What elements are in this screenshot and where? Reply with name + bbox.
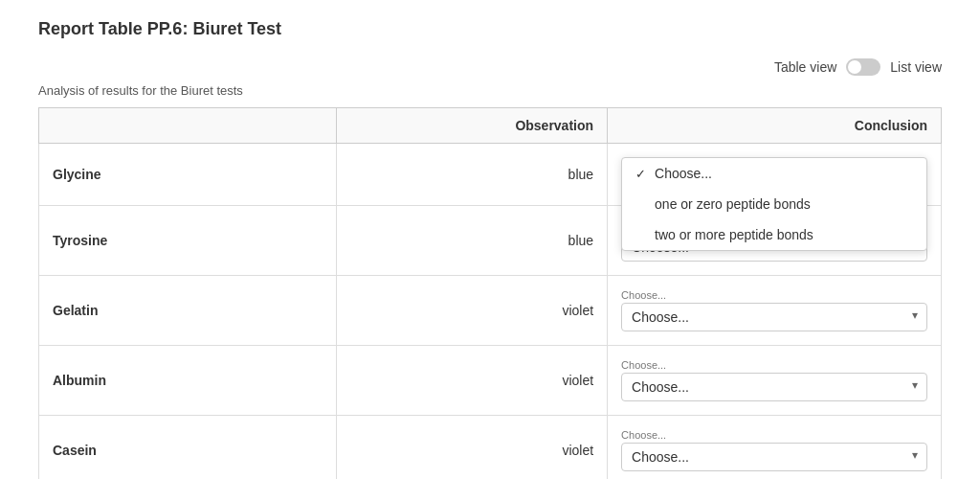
dropdown-wrapper: Choose...Choose...one or zero peptide bo…: [621, 289, 927, 331]
substance-cell: Albumin: [39, 346, 337, 416]
table-header-row: Observation Conclusion: [39, 108, 942, 144]
substance-cell: Tyrosine: [39, 206, 337, 276]
list-view-label: List view: [890, 59, 942, 75]
dropdown-wrapper: Choose...Choose...one or zero peptide bo…: [621, 359, 927, 401]
col-header-conclusion: Conclusion: [608, 108, 942, 144]
page-title: Report Table PP.6: Biuret Test: [38, 19, 942, 39]
conclusion-cell: Choose...Choose...one or zero peptide bo…: [608, 346, 942, 416]
table-view-label: Table view: [774, 59, 836, 75]
view-toggle-bar: Table view List view: [38, 58, 942, 76]
col-header-substance: [39, 108, 337, 144]
table-row: AlbuminvioletChoose...Choose...one or ze…: [39, 346, 942, 416]
observation-cell: blue: [337, 206, 608, 276]
dropdown-label: Choose...: [621, 289, 927, 301]
biuret-table: Observation Conclusion GlycineblueChoose…: [38, 107, 942, 479]
dropdown-open-list: ✓Choose...one or zero peptide bondstwo o…: [621, 157, 927, 251]
option-label: one or zero peptide bonds: [655, 196, 811, 212]
dropdown-option[interactable]: two or more peptide bonds: [622, 219, 926, 250]
observation-cell: violet: [337, 346, 608, 416]
view-toggle-switch[interactable]: [846, 58, 880, 76]
substance-cell: Casein: [39, 416, 337, 480]
substance-cell: Glycine: [39, 144, 337, 206]
dropdown-option[interactable]: ✓Choose...: [622, 158, 926, 189]
dropdown-open-container: Choose...✓Choose...one or zero peptide b…: [621, 157, 927, 192]
conclusion-cell: Choose...✓Choose...one or zero peptide b…: [608, 144, 942, 206]
conclusion-select[interactable]: Choose...one or zero peptide bondstwo or…: [621, 373, 927, 401]
dropdown-wrapper: Choose...Choose...one or zero peptide bo…: [621, 429, 927, 471]
dropdown-option[interactable]: one or zero peptide bonds: [622, 189, 926, 219]
option-label: Choose...: [655, 166, 712, 181]
observation-cell: blue: [337, 144, 608, 206]
conclusion-cell: Choose...Choose...one or zero peptide bo…: [608, 416, 942, 480]
table-row: GelatinvioletChoose...Choose...one or ze…: [39, 276, 942, 346]
dropdown-label: Choose...: [621, 429, 927, 441]
conclusion-select[interactable]: Choose...one or zero peptide bondstwo or…: [621, 303, 927, 331]
substance-cell: Gelatin: [39, 276, 337, 346]
col-header-observation: Observation: [337, 108, 608, 144]
subtitle: Analysis of results for the Biuret tests: [38, 83, 942, 98]
conclusion-select[interactable]: Choose...one or zero peptide bondstwo or…: [621, 443, 927, 471]
table-row: CaseinvioletChoose...Choose...one or zer…: [39, 416, 942, 480]
conclusion-cell: Choose...Choose...one or zero peptide bo…: [608, 276, 942, 346]
table-row: GlycineblueChoose...✓Choose...one or zer…: [39, 144, 942, 206]
checkmark-icon: ✓: [635, 167, 649, 181]
dropdown-label: Choose...: [621, 359, 927, 371]
option-label: two or more peptide bonds: [655, 227, 813, 242]
observation-cell: violet: [337, 276, 608, 346]
observation-cell: violet: [337, 416, 608, 480]
